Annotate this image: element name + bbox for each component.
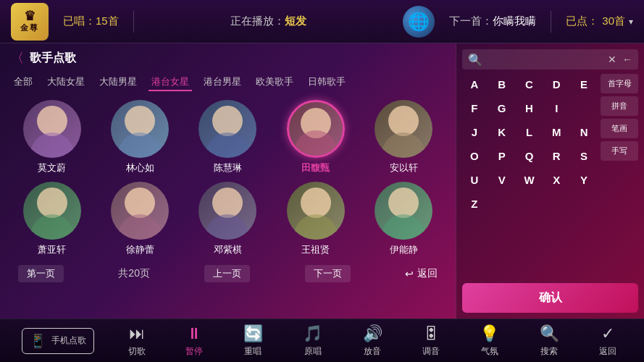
key-G[interactable]: G (490, 98, 514, 119)
singer-avatar (375, 182, 432, 240)
key-L[interactable]: L (517, 122, 542, 143)
singer-name: 伊能静 (390, 243, 418, 256)
prev-page-btn[interactable]: 上一页 (204, 265, 250, 282)
singer-avatar (111, 182, 169, 240)
return-btn[interactable]: ↩ 返回 (405, 267, 438, 280)
key-V[interactable]: V (490, 169, 514, 190)
singer-name: 林心如 (126, 161, 154, 174)
original-btn[interactable]: 🎵 原唱 (297, 321, 328, 361)
key-I[interactable]: I (544, 98, 569, 119)
backspace-icon[interactable]: ← (622, 54, 632, 65)
clear-icon[interactable]: ✕ (608, 54, 616, 65)
next-page-btn[interactable]: 下一页 (305, 265, 351, 282)
singer-name: 安以轩 (390, 161, 418, 174)
singer-avatar (23, 182, 81, 240)
main-area: 〈 歌手点歌 全部 大陆女星 大陆男星 港台女星 港台男星 欧美歌手 日韩歌手 … (0, 43, 644, 319)
key-F[interactable]: F (462, 98, 487, 119)
key-W[interactable]: W (517, 169, 542, 190)
cat-mainland-female[interactable]: 大陆女星 (44, 74, 88, 91)
sound-icon: 🔊 (363, 324, 382, 343)
key-B[interactable]: B (490, 74, 514, 95)
repeat-icon: 🔄 (243, 324, 263, 343)
key-A[interactable]: A (462, 74, 487, 95)
search-btn[interactable]: 🔍 搜索 (534, 321, 565, 361)
singer-item[interactable]: 安以轩 (363, 100, 445, 174)
key-grid: A B C D E F G H I J K L M N O P Q R S U (462, 74, 596, 279)
key-Y[interactable]: Y (572, 169, 596, 190)
tune-icon: 🎛 (423, 324, 439, 343)
atmosphere-icon: 💡 (480, 324, 499, 343)
divider (133, 11, 134, 33)
singer-name: 陈慧琳 (214, 161, 242, 174)
key-D[interactable]: D (544, 74, 569, 95)
mode-pinyin-btn[interactable]: 拼音 (601, 96, 638, 116)
breadcrumb: 〈 歌手点歌 (11, 49, 445, 67)
keyboard-area: A B C D E F G H I J K L M N O P Q R S U (462, 74, 638, 279)
singer-item[interactable]: 莫文蔚 (11, 100, 93, 174)
key-S[interactable]: S (572, 146, 596, 167)
key-X[interactable]: X (544, 169, 569, 190)
return-icon: ↩ (405, 268, 414, 279)
singer-avatar (287, 182, 345, 240)
singer-name: 徐静蕾 (126, 243, 154, 256)
cat-western[interactable]: 欧美歌手 (253, 74, 296, 91)
mode-stroke-btn[interactable]: 笔画 (601, 119, 638, 138)
cat-mainland-male[interactable]: 大陆男星 (96, 74, 140, 91)
cat-hktw-male[interactable]: 港台男星 (201, 74, 244, 91)
cat-all[interactable]: 全部 (11, 74, 35, 91)
bottom-bar: 📱 手机点歌 ⏭ 切歌 ⏸ 暂停 🔄 重唱 🎵 原唱 🔊 放音 🎛 调音 💡 气… (0, 319, 644, 362)
singer-item[interactable]: 陈慧琳 (187, 100, 269, 174)
skip-btn[interactable]: ⏭ 切歌 (122, 321, 151, 361)
key-C[interactable]: C (517, 74, 542, 95)
singer-avatar (198, 182, 256, 240)
key-K[interactable]: K (490, 122, 514, 143)
singer-item[interactable]: 萧亚轩 (11, 182, 93, 256)
pause-icon: ⏸ (186, 324, 202, 343)
key-R[interactable]: R (544, 146, 569, 167)
cat-kr-jp[interactable]: 日韩歌手 (305, 74, 348, 91)
repeat-btn[interactable]: 🔄 重唱 (238, 321, 269, 361)
tune-btn[interactable]: 🎛 调音 (417, 321, 446, 361)
total-pages: 共20页 (118, 267, 150, 280)
key-O[interactable]: O (462, 146, 487, 167)
atmosphere-btn[interactable]: 💡 气氛 (474, 321, 505, 361)
singer-avatar (198, 100, 256, 158)
singer-item[interactable]: 伊能静 (363, 182, 445, 256)
singer-item[interactable]: 田馥甄 (275, 100, 356, 174)
first-page-btn[interactable]: 第一页 (18, 265, 64, 282)
singer-name: 田馥甄 (301, 161, 330, 174)
pause-btn[interactable]: ⏸ 暂停 (180, 321, 209, 361)
confirm-button[interactable]: 确认 (462, 283, 638, 313)
key-N[interactable]: N (572, 122, 596, 143)
key-U[interactable]: U (462, 169, 487, 190)
back-icon: ✓ (601, 324, 614, 343)
key-E[interactable]: E (572, 74, 596, 95)
key-Q[interactable]: Q (517, 146, 542, 167)
search-icon: 🔍 (468, 53, 482, 67)
key-Z[interactable]: Z (462, 193, 487, 214)
mode-handwrite-btn[interactable]: 手写 (601, 141, 638, 161)
logo: ♛ 金尊 (11, 3, 49, 41)
singer-grid: 莫文蔚 林心如 陈慧琳 田馥甄 (11, 100, 445, 256)
singer-item[interactable]: 徐静蕾 (99, 182, 180, 256)
next-song: 下一首：你瞒我瞒 (449, 14, 536, 28)
singer-item[interactable]: 王祖贤 (275, 182, 356, 256)
key-J[interactable]: J (462, 122, 487, 143)
cat-hktw-female[interactable]: 港台女星 (149, 74, 192, 91)
back-btn[interactable]: ✓ 返回 (593, 321, 622, 361)
left-panel: 〈 歌手点歌 全部 大陆女星 大陆男星 港台女星 港台男星 欧美歌手 日韩歌手 … (0, 43, 456, 319)
key-M[interactable]: M (544, 122, 569, 143)
key-H[interactable]: H (517, 98, 542, 119)
singer-name: 邓紫棋 (214, 243, 242, 256)
pagination: 第一页 共20页 上一页 下一页 ↩ 返回 (11, 262, 445, 285)
phone-order-btn[interactable]: 📱 手机点歌 (22, 328, 94, 354)
chevron-down-icon[interactable]: ▾ (629, 17, 633, 27)
singer-item[interactable]: 林心如 (99, 100, 180, 174)
singer-item[interactable]: 邓紫棋 (187, 182, 269, 256)
back-arrow-icon[interactable]: 〈 (11, 49, 24, 67)
search-btn-icon: 🔍 (540, 324, 559, 343)
mode-initial-btn[interactable]: 首字母 (601, 74, 638, 93)
sound-btn[interactable]: 🔊 放音 (357, 321, 388, 361)
key-P[interactable]: P (490, 146, 514, 167)
globe-icon: 🌐 (403, 6, 435, 38)
